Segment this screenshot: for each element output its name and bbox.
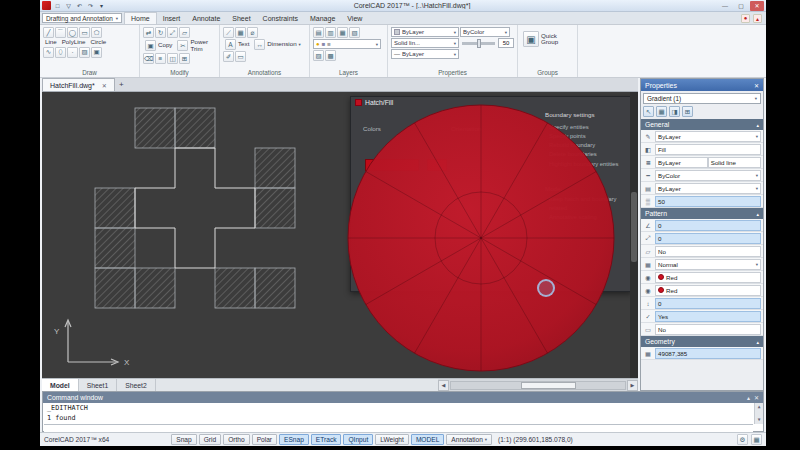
workspace-selector[interactable]: Drafting and Annotation ▾: [42, 13, 122, 23]
ellipse-tool-icon[interactable]: ⬯: [55, 47, 66, 58]
drawing-canvas[interactable]: Hatch/Fill Colors Orientation Boundary s…: [42, 92, 638, 378]
offset-tool-icon[interactable]: ≡: [155, 53, 166, 64]
property-value[interactable]: Normal▾: [655, 259, 761, 270]
lineweight-selector[interactable]: —ByLayer▾: [391, 49, 459, 59]
arc-tool-icon[interactable]: ⌒: [55, 27, 66, 38]
new-file-icon[interactable]: □: [53, 1, 62, 10]
property-value[interactable]: Red: [655, 272, 761, 283]
lock-ui-icon[interactable]: ▦: [751, 434, 762, 445]
layer-manager-icon[interactable]: ▤: [313, 27, 324, 38]
redo-icon[interactable]: ↷: [86, 1, 95, 10]
select-entities-icon[interactable]: ↖: [643, 106, 654, 117]
layer-freeze-icon[interactable]: ▦: [337, 27, 348, 38]
layer-lock-icon[interactable]: ▧: [349, 27, 360, 38]
model-toggle[interactable]: MODEL: [411, 434, 444, 445]
tab-sheet[interactable]: Sheet: [226, 12, 256, 24]
categories-icon[interactable]: ⊞: [682, 106, 693, 117]
snap-toggle[interactable]: Snap: [171, 434, 196, 445]
polar-toggle[interactable]: Polar: [252, 434, 277, 445]
line-tool-icon[interactable]: ╱: [43, 27, 54, 38]
tab-view[interactable]: View: [341, 12, 368, 24]
power-trim-button[interactable]: ✂Power Trim: [175, 39, 216, 52]
properties-panel-header[interactable]: Properties ✕: [641, 79, 763, 91]
region-tool-icon[interactable]: ▣: [91, 47, 102, 58]
new-tab-button[interactable]: +: [115, 78, 128, 91]
close-icon[interactable]: ✕: [754, 82, 759, 89]
save-icon[interactable]: ▽: [64, 1, 73, 10]
layer-on-icon[interactable]: ▥: [325, 27, 336, 38]
property-value[interactable]: 50: [655, 196, 761, 207]
section-general[interactable]: General▴: [641, 119, 763, 130]
settings-icon[interactable]: ⚙: [737, 434, 748, 445]
explode-tool-icon[interactable]: ⊞: [179, 53, 190, 64]
hatch-tool-icon[interactable]: ▨: [79, 47, 90, 58]
scrollbar-thumb[interactable]: [631, 192, 637, 262]
rectangle-tool-icon[interactable]: ▭: [79, 27, 90, 38]
property-value[interactable]: 0: [655, 220, 761, 231]
linestyle-selector[interactable]: Solid lin...▾: [391, 38, 459, 48]
tab-annotate[interactable]: Annotate: [186, 12, 226, 24]
scroll-up-icon[interactable]: ▲: [758, 404, 761, 410]
pin-icon[interactable]: ▴: [747, 394, 750, 401]
etrack-toggle[interactable]: ETrack: [311, 434, 342, 445]
section-geometry[interactable]: Geometry▴: [641, 336, 763, 347]
property-value[interactable]: ByLayer▾: [655, 131, 761, 142]
text-button[interactable]: AText: [223, 39, 251, 50]
circle-tool-icon[interactable]: ◯: [67, 27, 78, 38]
property-value[interactable]: Red: [655, 285, 761, 296]
property-value[interactable]: No: [655, 246, 761, 257]
command-scrollbar[interactable]: ▲ ▼: [754, 403, 763, 424]
section-pattern[interactable]: Pattern▴: [641, 208, 763, 219]
quick-group-button[interactable]: ▣Quick Group: [521, 31, 567, 47]
scroll-right-icon[interactable]: ▶: [627, 380, 638, 391]
layer-selector[interactable]: ● ■ ■ ▾: [313, 39, 381, 49]
lweight-toggle[interactable]: LWeight: [375, 434, 409, 445]
line-button[interactable]: Line: [43, 39, 59, 46]
table-tool-icon[interactable]: ▦: [235, 27, 246, 38]
annotation-style-icon[interactable]: ▭: [235, 51, 246, 62]
esnap-toggle[interactable]: ESnap: [279, 434, 309, 445]
tab-home[interactable]: Home: [124, 12, 157, 24]
tolerance-tool-icon[interactable]: ⌀: [247, 27, 258, 38]
undo-icon[interactable]: ↶: [75, 1, 84, 10]
layer-previous-icon[interactable]: ▩: [325, 50, 336, 61]
copy-button[interactable]: ▣Copy: [143, 40, 174, 51]
polyline-button[interactable]: PolyLine: [60, 39, 88, 46]
property-value[interactable]: Yes: [655, 311, 761, 322]
minimize-ribbon-icon[interactable]: ▴: [753, 14, 762, 23]
dimension-button[interactable]: ↔Dimension▾: [252, 39, 303, 50]
transparency-slider[interactable]: [462, 42, 495, 45]
property-value[interactable]: Solid line: [708, 157, 761, 168]
close-button[interactable]: ✕: [750, 1, 764, 11]
linecolor-selector[interactable]: ByLayer▾: [391, 27, 459, 37]
scale-tool-icon[interactable]: ⤢: [167, 27, 178, 38]
move-tool-icon[interactable]: ⇄: [143, 27, 154, 38]
canvas-horizontal-scrollbar[interactable]: ◀ ▶: [438, 379, 638, 391]
tab-sheet1[interactable]: Sheet1: [79, 379, 118, 391]
grid-toggle[interactable]: Grid: [199, 434, 221, 445]
command-log[interactable]: _EDITHATCH 1 found ▲ ▼: [43, 403, 763, 424]
tab-manage[interactable]: Manage: [304, 12, 341, 24]
point-tool-icon[interactable]: ·: [67, 47, 78, 58]
minimize-button[interactable]: —: [718, 1, 732, 11]
tab-insert[interactable]: Insert: [157, 12, 187, 24]
ortho-toggle[interactable]: Ortho: [223, 434, 250, 445]
maximize-button[interactable]: ▢: [734, 1, 748, 11]
leader-tool-icon[interactable]: ⟋: [223, 27, 234, 38]
property-value[interactable]: 49087,385: [655, 348, 761, 359]
canvas-vertical-scrollbar[interactable]: [630, 92, 638, 378]
quick-select-icon[interactable]: ▦: [656, 106, 667, 117]
slider-thumb[interactable]: [477, 39, 481, 48]
gradient-fill-circle[interactable]: [345, 102, 617, 374]
polygon-tool-icon[interactable]: ⬠: [91, 27, 102, 38]
entity-selector[interactable]: Gradient (1) ▾: [643, 93, 761, 104]
qinput-toggle[interactable]: QInput: [343, 434, 373, 445]
rotate-tool-icon[interactable]: ↻: [155, 27, 166, 38]
property-value[interactable]: No: [655, 324, 761, 335]
circle-button[interactable]: Circle: [88, 39, 108, 46]
property-value[interactable]: 0: [655, 233, 761, 244]
tab-sheet2[interactable]: Sheet2: [117, 379, 156, 391]
mtext-tool-icon[interactable]: ✐: [223, 51, 234, 62]
toggle-value-icon[interactable]: ◨: [669, 106, 680, 117]
fillet-tool-icon[interactable]: ◫: [167, 53, 178, 64]
